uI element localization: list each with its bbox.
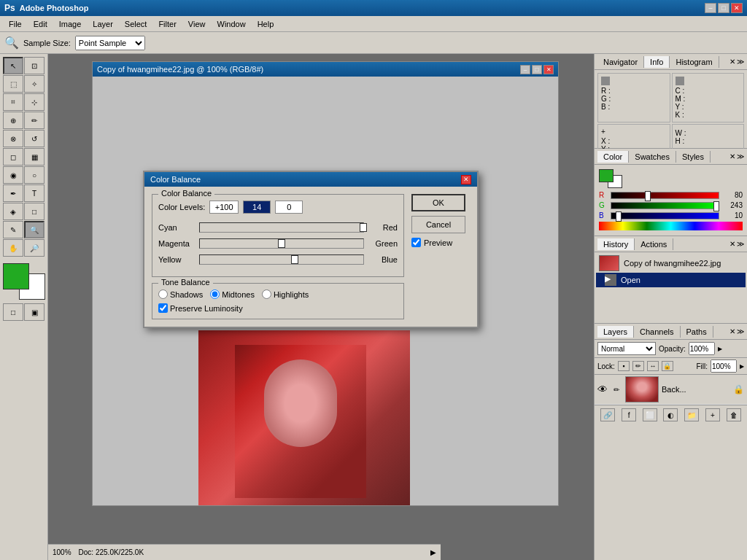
path-select[interactable]: ◈ (3, 203, 23, 220)
notes-tool[interactable]: ✎ (3, 221, 23, 238)
crop-tool[interactable]: ⌗ (3, 93, 23, 111)
b-slider-thumb[interactable] (616, 211, 622, 222)
sample-size-select[interactable]: Point Sample 3 by 3 Average 5 by 5 Avera… (75, 36, 145, 50)
b-slider-track[interactable] (611, 212, 719, 219)
opacity-input[interactable] (689, 342, 715, 355)
menu-edit[interactable]: Edit (28, 18, 53, 30)
panel-close-nav[interactable]: ✕ (729, 58, 735, 66)
opacity-chevron[interactable]: ▶ (718, 346, 722, 352)
tab-swatches[interactable]: Swatches (629, 151, 676, 163)
color-level-3-input[interactable] (275, 201, 303, 214)
layer-mask-btn[interactable]: ⬜ (643, 408, 657, 421)
panel-close-color[interactable]: ✕ (729, 152, 735, 160)
midtones-radio[interactable]: Midtones (210, 289, 255, 299)
lasso-tool[interactable]: ⊡ (24, 57, 44, 74)
clone-stamp[interactable]: ⊗ (3, 130, 23, 147)
blend-mode-select[interactable]: Normal Multiply Screen (597, 342, 656, 355)
menu-window[interactable]: Window (212, 18, 252, 30)
color-level-1-input[interactable] (209, 201, 239, 214)
panel-menu-layers[interactable]: ≫ (737, 327, 744, 335)
tab-navigator[interactable]: Navigator (597, 56, 644, 68)
doc-minimize[interactable]: – (520, 65, 530, 74)
lock-all-btn[interactable]: 🔒 (662, 361, 673, 371)
fill-input[interactable] (711, 359, 737, 373)
zoom-tool[interactable]: 🔎 (24, 239, 44, 257)
menu-filter[interactable]: Filter (152, 18, 182, 30)
shadows-radio-input[interactable] (158, 289, 168, 299)
dodge-tool[interactable]: ○ (24, 166, 44, 184)
layer-group-btn[interactable]: 📁 (684, 408, 699, 421)
r-slider-thumb[interactable] (645, 191, 651, 201)
panel-close-history[interactable]: ✕ (729, 240, 735, 248)
shape-tool[interactable]: □ (24, 203, 44, 220)
preview-checkbox[interactable] (411, 238, 421, 247)
menu-select[interactable]: Select (119, 18, 153, 30)
tab-layers[interactable]: Layers (597, 326, 634, 338)
move-tool[interactable]: ↖ (3, 57, 23, 74)
menu-layer[interactable]: Layer (87, 18, 119, 30)
foreground-color[interactable] (3, 263, 29, 289)
gradient-tool[interactable]: ▦ (24, 148, 44, 166)
layer-visibility-icon[interactable]: 👁 (597, 384, 608, 395)
menu-view[interactable]: View (182, 18, 212, 30)
preserve-luminosity-input[interactable] (158, 303, 168, 313)
menu-image[interactable]: Image (53, 18, 88, 30)
menu-help[interactable]: Help (252, 18, 280, 30)
highlights-radio-input[interactable] (262, 289, 271, 299)
shadows-radio[interactable]: Shadows (158, 289, 203, 299)
ok-button[interactable]: OK (411, 194, 465, 211)
history-item-open[interactable]: ▶ Open (596, 273, 746, 287)
color-spectrum[interactable] (599, 222, 743, 230)
history-item-snapshot[interactable]: Copy of hwangmihee22.jpg (596, 254, 746, 273)
blur-tool[interactable]: ◉ (3, 166, 23, 184)
tab-paths[interactable]: Paths (681, 326, 713, 338)
hand-tool[interactable]: ✋ (3, 239, 23, 257)
pen-tool[interactable]: ✒ (3, 184, 23, 202)
tab-channels[interactable]: Channels (634, 326, 680, 338)
yellow-blue-track[interactable] (199, 254, 364, 265)
magenta-green-track[interactable] (199, 238, 364, 249)
cyan-red-track[interactable] (199, 222, 364, 233)
tab-info[interactable]: Info (644, 56, 670, 68)
midtones-radio-input[interactable] (210, 289, 220, 299)
panel-close-layers[interactable]: ✕ (729, 327, 735, 335)
panel-menu-nav[interactable]: ≫ (737, 58, 744, 66)
tab-history[interactable]: History (597, 238, 635, 250)
tab-styles[interactable]: Styles (676, 151, 711, 163)
layer-new-btn[interactable]: + (705, 408, 720, 421)
layer-name[interactable]: Back... (662, 385, 730, 394)
magic-wand[interactable]: ✧ (24, 75, 44, 93)
screen-mode[interactable]: ▣ (24, 303, 44, 321)
color-level-2-input[interactable] (243, 201, 271, 214)
minimize-button[interactable]: – (705, 3, 716, 13)
slice-tool[interactable]: ⊹ (24, 93, 44, 111)
layer-effects-btn[interactable]: f (622, 408, 636, 421)
layer-adjustment-btn[interactable]: ◐ (663, 408, 678, 421)
layer-delete-btn[interactable]: 🗑 (727, 408, 741, 421)
g-slider-track[interactable] (611, 202, 719, 209)
tab-color[interactable]: Color (597, 151, 629, 163)
dialog-close-button[interactable]: ✕ (461, 175, 471, 184)
lock-position-btn[interactable]: ↔ (647, 361, 659, 371)
healing-tool[interactable]: ⊕ (3, 112, 23, 129)
fill-chevron[interactable]: ▶ (740, 363, 744, 370)
brush-tool[interactable]: ✏ (24, 112, 44, 129)
tab-histogram[interactable]: Histogram (670, 56, 719, 68)
doc-maximize[interactable]: □ (532, 65, 542, 74)
quick-mask[interactable]: □ (3, 303, 23, 321)
lock-pixels-btn[interactable]: ✏ (632, 361, 644, 371)
tab-actions[interactable]: Actions (635, 238, 673, 250)
cancel-button[interactable]: Cancel (411, 216, 465, 233)
fg-swatch[interactable] (599, 169, 614, 182)
highlights-radio[interactable]: Highlights (262, 289, 309, 299)
preserve-luminosity-checkbox[interactable]: Preserve Luminosity (158, 303, 398, 313)
g-slider-thumb[interactable] (713, 201, 719, 211)
status-arrow[interactable]: ▶ (430, 548, 436, 556)
doc-close[interactable]: ✕ (543, 65, 554, 74)
eraser-tool[interactable]: ◻ (3, 148, 23, 166)
layer-link-btn[interactable]: 🔗 (600, 408, 615, 421)
layer-row-background[interactable]: 👁 ✏ Back... 🔒 (595, 375, 747, 405)
close-button[interactable]: ✕ (731, 3, 743, 13)
maximize-button[interactable]: □ (718, 3, 729, 13)
panel-menu-history[interactable]: ≫ (737, 240, 744, 248)
